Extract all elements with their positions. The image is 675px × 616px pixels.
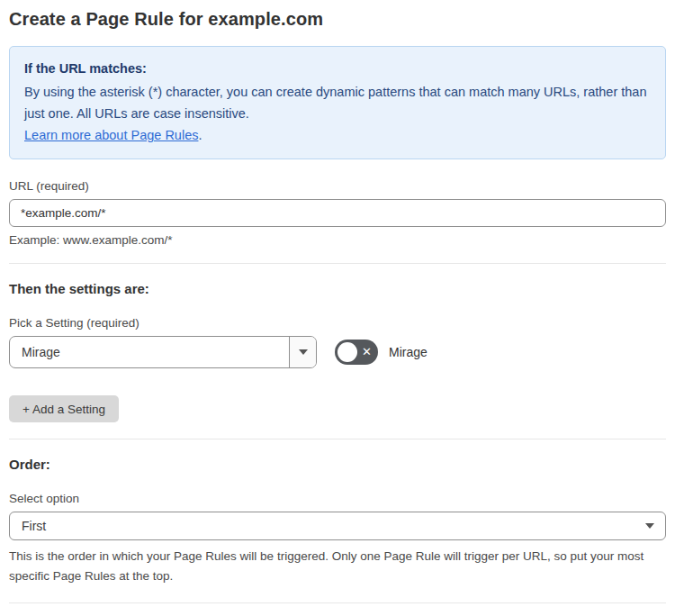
order-select-value: First xyxy=(22,519,46,533)
divider xyxy=(9,439,666,439)
toggle-off-x-icon: ✕ xyxy=(362,346,372,358)
learn-more-link[interactable]: Learn more about Page Rules xyxy=(24,128,198,142)
setting-combobox[interactable]: Mirage xyxy=(9,336,317,368)
setting-row: Mirage ✕ Mirage xyxy=(9,336,666,368)
setting-combobox-value: Mirage xyxy=(10,337,289,367)
url-field-hint: Example: www.example.com/* xyxy=(9,233,666,247)
setting-picker-label: Pick a Setting (required) xyxy=(9,316,666,330)
info-box-body: By using the asterisk (*) character, you… xyxy=(24,81,651,124)
order-section-heading: Order: xyxy=(9,457,666,472)
page-title: Create a Page Rule for example.com xyxy=(9,9,666,30)
divider xyxy=(9,602,666,603)
order-select-label: Select option xyxy=(9,492,666,505)
info-box-heading: If the URL matches: xyxy=(24,58,651,79)
add-setting-button[interactable]: + Add a Setting xyxy=(9,395,119,422)
link-suffix: . xyxy=(198,128,202,142)
settings-section-heading: Then the settings are: xyxy=(9,281,666,296)
mirage-toggle-group: ✕ Mirage xyxy=(335,340,428,365)
setting-combobox-arrow-button[interactable] xyxy=(289,337,316,367)
toggle-knob xyxy=(338,342,357,362)
create-page-rule-form: Create a Page Rule for example.com If th… xyxy=(0,0,675,616)
info-box-link-line: Learn more about Page Rules. xyxy=(24,124,651,146)
mirage-toggle-label: Mirage xyxy=(389,345,428,359)
chevron-down-icon xyxy=(299,349,308,355)
url-field-label: URL (required) xyxy=(9,179,666,193)
divider xyxy=(9,263,666,264)
order-select[interactable]: First xyxy=(9,512,666,540)
chevron-down-icon xyxy=(645,523,654,529)
url-input[interactable] xyxy=(9,199,666,227)
url-match-info-box: If the URL matches: By using the asteris… xyxy=(9,46,666,159)
order-help-text: This is the order in which your Page Rul… xyxy=(9,547,662,586)
mirage-toggle[interactable]: ✕ xyxy=(335,340,378,365)
